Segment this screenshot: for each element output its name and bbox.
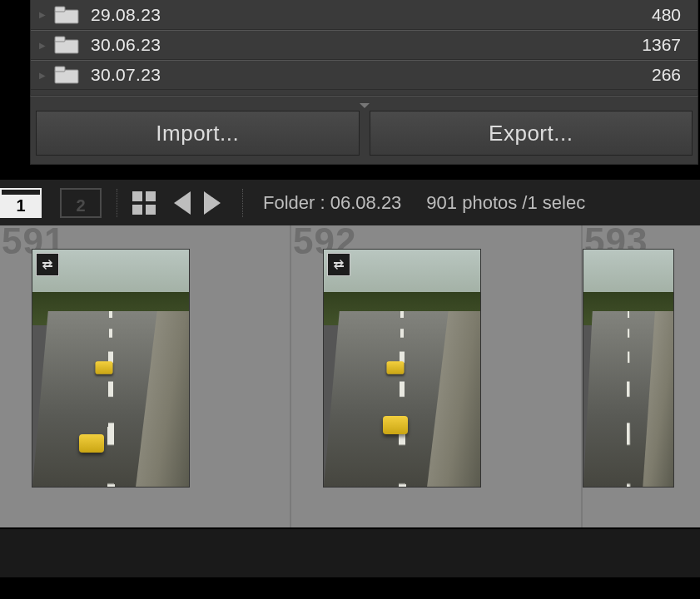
thumbnail-cell[interactable]: 592 [291,225,583,527]
folder-row[interactable]: ▶ 30.07.23 266 [31,60,698,90]
folder-row[interactable]: ▶ 29.08.23 480 [31,0,698,30]
grid-view-icon[interactable] [132,191,156,215]
folder-icon [54,66,79,84]
monitor-1-button[interactable]: 1 [0,188,42,218]
folder-count: 480 [652,5,698,25]
sync-badge-icon [36,253,59,276]
folder-icon [54,36,79,54]
nav-forward-icon[interactable] [204,191,221,215]
folder-name: 30.07.23 [79,65,652,85]
filmstrip-toolbar: 1 2 Folder : 06.08.23 901 photos /1 sele… [0,180,700,225]
disclosure-triangle-icon[interactable]: ▶ [31,10,54,19]
chevron-down-icon [360,103,370,108]
monitor-number: 1 [2,195,40,216]
svg-rect-5 [55,67,65,72]
divider [117,189,117,217]
folder-name: 30.06.23 [79,35,642,55]
photo-stats: 901 photos /1 selec [426,192,585,214]
folder-name: 29.08.23 [79,5,652,25]
path-label: Folder : 06.08.23 [263,192,401,214]
filmstrip-footer [0,527,700,577]
disclosure-triangle-icon[interactable]: ▶ [31,41,54,50]
thumbnail-cell[interactable]: 593 [583,225,700,527]
folder-count: 1367 [642,35,698,55]
folder-count: 266 [652,65,698,85]
filmstrip[interactable]: 591 592 593 [0,225,700,527]
thumbnail-image[interactable] [583,249,674,488]
folder-icon [54,6,79,24]
separator [0,165,700,180]
panel-collapse-handle[interactable] [30,96,698,107]
nav-back-icon[interactable] [174,191,191,215]
sync-badge-icon [327,253,350,276]
svg-rect-3 [55,37,65,42]
import-export-bar: Import... Export... [30,107,698,165]
export-button[interactable]: Export... [370,111,693,156]
folder-row[interactable]: ▶ 30.06.23 1367 [31,30,698,60]
path-label-text: Folder : [263,192,325,213]
svg-rect-1 [55,7,65,12]
monitor-number: 2 [62,195,100,216]
thumbnail-cell[interactable]: 591 [0,225,291,527]
import-button[interactable]: Import... [36,111,360,156]
disclosure-triangle-icon[interactable]: ▶ [31,71,54,80]
thumbnail-image[interactable] [32,249,190,488]
path-value[interactable]: 06.08.23 [330,192,402,213]
divider [242,189,243,217]
monitor-2-button[interactable]: 2 [60,188,102,218]
folder-tree: ▶ 29.08.23 480 ▶ 30.06.23 1367 ▶ 30.07.2… [30,0,698,96]
thumbnail-image[interactable] [323,249,481,488]
